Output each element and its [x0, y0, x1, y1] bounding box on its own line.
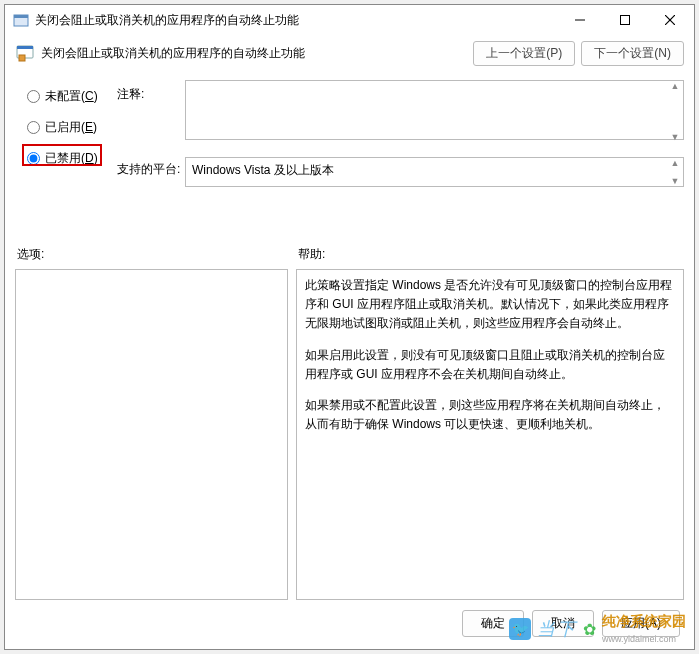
apply-button[interactable]: 应用(A) [602, 610, 680, 637]
lower-panels: 选项: 帮助: 此策略设置指定 Windows 是否允许没有可见顶级窗口的控制台… [5, 236, 694, 600]
config-row: 未配置(C) 已启用(E) 已禁用(D) 注释: 支持的平台: ▲▼ [5, 76, 694, 236]
footer: 确定 取消 应用(A) [5, 600, 694, 649]
window-icon [13, 12, 29, 28]
options-label: 选项: [17, 246, 288, 263]
supported-os-text: Windows Vista 及以上版本 [192, 163, 334, 177]
radio-enabled[interactable]: 已启用(E) [27, 119, 117, 136]
supported-label: 支持的平台: [117, 161, 185, 178]
help-panel: 此策略设置指定 Windows 是否允许没有可见顶级窗口的控制台应用程序和 GU… [296, 269, 684, 600]
svg-rect-3 [620, 16, 629, 25]
cancel-button[interactable]: 取消 [532, 610, 594, 637]
field-labels: 注释: 支持的平台: [117, 80, 185, 236]
help-paragraph: 如果启用此设置，则没有可见顶级窗口且阻止或取消关机的控制台应用程序或 GUI 应… [305, 346, 675, 384]
radio-group: 未配置(C) 已启用(E) 已禁用(D) [27, 80, 117, 181]
radio-not-configured-input[interactable] [27, 90, 40, 103]
comment-textarea[interactable] [185, 80, 684, 140]
gpo-editor-window: 关闭会阻止或取消关机的应用程序的自动终止功能 关闭会阻止或取消关机的应用程序的自… [4, 4, 695, 650]
header-row: 关闭会阻止或取消关机的应用程序的自动终止功能 上一个设置(P) 下一个设置(N) [5, 35, 694, 76]
window-title: 关闭会阻止或取消关机的应用程序的自动终止功能 [35, 12, 557, 29]
radio-not-configured[interactable]: 未配置(C) [27, 88, 117, 105]
policy-icon [15, 44, 35, 64]
supported-os-box: Windows Vista 及以上版本 [185, 157, 684, 187]
options-panel [15, 269, 288, 600]
comment-label: 注释: [117, 86, 185, 103]
titlebar: 关闭会阻止或取消关机的应用程序的自动终止功能 [5, 5, 694, 35]
radio-enabled-input[interactable] [27, 121, 40, 134]
help-paragraph: 如果禁用或不配置此设置，则这些应用程序将在关机期间自动终止，从而有助于确保 Wi… [305, 396, 675, 434]
svg-rect-1 [14, 15, 28, 18]
help-paragraph: 此策略设置指定 Windows 是否允许没有可见顶级窗口的控制台应用程序和 GU… [305, 276, 675, 334]
field-values: ▲▼ Windows Vista 及以上版本 ▲▼ [185, 80, 684, 201]
svg-rect-8 [19, 55, 25, 61]
svg-rect-7 [17, 46, 33, 49]
close-button[interactable] [647, 6, 692, 34]
header-title: 关闭会阻止或取消关机的应用程序的自动终止功能 [41, 45, 467, 62]
minimize-button[interactable] [557, 6, 602, 34]
radio-disabled-input[interactable] [27, 152, 40, 165]
help-label: 帮助: [298, 246, 684, 263]
prev-setting-button[interactable]: 上一个设置(P) [473, 41, 575, 66]
next-setting-button[interactable]: 下一个设置(N) [581, 41, 684, 66]
maximize-button[interactable] [602, 6, 647, 34]
radio-disabled[interactable]: 已禁用(D) [27, 150, 117, 167]
ok-button[interactable]: 确定 [462, 610, 524, 637]
